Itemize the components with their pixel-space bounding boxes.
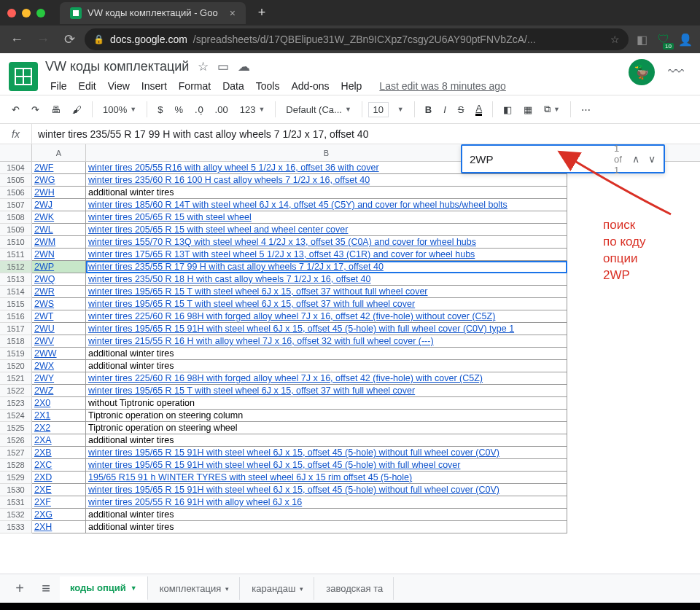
cell-code[interactable]: 2XA bbox=[32, 434, 86, 447]
cell-code[interactable]: 2WZ bbox=[32, 385, 86, 397]
table-row[interactable]: 15132WQwinter tires 235/50 R 18 H with c… bbox=[0, 273, 700, 286]
move-doc-icon[interactable]: ▭ bbox=[217, 59, 229, 74]
menu-help[interactable]: Help bbox=[336, 77, 368, 95]
cell-desc[interactable]: additional winter tires bbox=[86, 509, 567, 521]
font-size-input[interactable]: 10 bbox=[368, 102, 389, 117]
sheet-tab-active[interactable]: коды опций▼ bbox=[60, 576, 148, 601]
menu-file[interactable]: File bbox=[45, 77, 72, 95]
cell-desc[interactable]: winter tires 205/55 R 16 91H with alloy … bbox=[86, 496, 567, 509]
row-number[interactable]: 1505 bbox=[0, 174, 32, 187]
merge-button[interactable]: ⧉▼ bbox=[540, 101, 564, 118]
find-next-button[interactable]: ∨ bbox=[644, 153, 660, 165]
cell-desc[interactable]: winter tires 205/65 R 15 with steel whee… bbox=[86, 211, 567, 224]
cell-code[interactable]: 2WK bbox=[32, 211, 86, 224]
back-button[interactable]: ← bbox=[6, 28, 28, 50]
bold-button[interactable]: B bbox=[421, 101, 436, 118]
decrease-decimal-button[interactable]: .0̣ bbox=[190, 101, 208, 118]
star-icon[interactable]: ☆ bbox=[610, 34, 620, 45]
table-row[interactable]: 15142WRwinter tires 195/65 R 15 T with s… bbox=[0, 286, 700, 298]
col-header-a[interactable]: A bbox=[32, 144, 86, 161]
cell-code[interactable]: 2WN bbox=[32, 249, 86, 261]
cell-code[interactable]: 2WY bbox=[32, 372, 86, 385]
formula-input[interactable]: winter tires 235/55 R 17 99 H with cast … bbox=[32, 128, 700, 140]
menu-view[interactable]: View bbox=[103, 77, 135, 95]
strikethrough-button[interactable]: S bbox=[454, 101, 469, 118]
font-size-dd[interactable]: ▼ bbox=[392, 103, 408, 116]
minimize-window-icon[interactable] bbox=[22, 9, 31, 17]
cloud-status-icon[interactable]: ☁ bbox=[238, 59, 250, 74]
paint-format-button[interactable]: 🖌 bbox=[68, 101, 86, 118]
table-row[interactable]: 15112WNwinter tires 175/65 R 13T with st… bbox=[0, 249, 700, 261]
cell-desc[interactable]: winter tires 195/65 R 15 T with steel wh… bbox=[86, 286, 567, 298]
cell-desc[interactable]: winter tires 155/70 R 13Q with steel whe… bbox=[86, 236, 567, 249]
cell-code[interactable]: 2X0 bbox=[32, 397, 86, 410]
table-row[interactable]: 15052WGwinter tires 235/60 R 16 100 H ca… bbox=[0, 174, 700, 187]
cell-desc[interactable]: Tiptronic operation on steering wheel bbox=[86, 422, 567, 434]
row-number[interactable]: 1532 bbox=[0, 509, 32, 521]
url-field[interactable]: 🔒 docs.google.com/spreadsheets/d/17QBEli… bbox=[85, 28, 629, 50]
cell-code[interactable]: 2WR bbox=[32, 286, 86, 298]
row-number[interactable]: 1511 bbox=[0, 249, 32, 261]
row-number[interactable]: 1507 bbox=[0, 199, 32, 211]
adblock-extension-icon[interactable]: 🛡10 bbox=[655, 31, 672, 48]
doc-title[interactable]: VW коды комплектаций bbox=[45, 59, 189, 74]
row-number[interactable]: 1509 bbox=[0, 224, 32, 236]
maximize-window-icon[interactable] bbox=[36, 9, 45, 17]
cell-code[interactable]: 2XE bbox=[32, 484, 86, 496]
cell-desc[interactable]: winter tires 195/65 R 15 91H with steel … bbox=[86, 447, 567, 459]
cell-code[interactable]: 2XD bbox=[32, 472, 86, 484]
table-row[interactable]: 15202WXadditional winter tires bbox=[0, 360, 700, 372]
cell-code[interactable]: 2WH bbox=[32, 187, 86, 199]
cell-desc[interactable]: additional winter tires bbox=[86, 187, 567, 199]
row-number[interactable]: 1533 bbox=[0, 521, 32, 533]
cell-desc[interactable]: winter tires 235/50 R 18 H with cast all… bbox=[86, 273, 567, 286]
table-row[interactable]: 15292XD195/65 R15 91 h WINTER TYRES with… bbox=[0, 472, 700, 484]
increase-decimal-button[interactable]: .00 bbox=[211, 101, 233, 118]
row-number[interactable]: 1526 bbox=[0, 434, 32, 447]
table-row[interactable]: 15232X0without Tiptronic operation bbox=[0, 397, 700, 410]
cell-code[interactable]: 2WV bbox=[32, 335, 86, 348]
table-row[interactable]: 15262XAadditional winter tires bbox=[0, 434, 700, 447]
redo-button[interactable]: ↷ bbox=[27, 101, 44, 118]
cell-desc[interactable]: winter tires 235/55 R 17 99 H with cast … bbox=[86, 261, 567, 273]
table-row[interactable]: 15122WPwinter tires 235/55 R 17 99 H wit… bbox=[0, 261, 700, 273]
cell-desc[interactable]: additional winter tires bbox=[86, 360, 567, 372]
cell-code[interactable]: 2XC bbox=[32, 459, 86, 472]
cell-desc[interactable]: winter tires 225/60 R 16 98H with forged… bbox=[86, 310, 567, 323]
zoom-select[interactable]: 100%▼ bbox=[98, 101, 141, 118]
cell-desc[interactable]: winter tires 215/55 R 16 H with alloy wh… bbox=[86, 335, 567, 348]
print-button[interactable]: 🖶 bbox=[47, 101, 65, 118]
cell-desc[interactable]: winter tires 175/65 R 13T with steel whe… bbox=[86, 249, 567, 261]
row-number[interactable]: 1518 bbox=[0, 335, 32, 348]
row-number[interactable]: 1512 bbox=[0, 261, 32, 273]
table-row[interactable]: 15192WWadditional winter tires bbox=[0, 348, 700, 360]
profile-icon[interactable]: 👤 bbox=[677, 31, 694, 48]
forward-button[interactable]: → bbox=[32, 28, 54, 50]
star-doc-icon[interactable]: ☆ bbox=[198, 59, 209, 74]
table-row[interactable]: 15182WVwinter tires 215/55 R 16 H with a… bbox=[0, 335, 700, 348]
cell-desc[interactable]: winter tires 195/65 R 15 91H with steel … bbox=[86, 323, 567, 335]
row-number[interactable]: 1514 bbox=[0, 286, 32, 298]
cell-desc[interactable]: winter tires 195/65 R 15 T with steel wh… bbox=[86, 298, 567, 310]
table-row[interactable]: 15302XEwinter tires 195/65 R 15 91H with… bbox=[0, 484, 700, 496]
row-number[interactable]: 1513 bbox=[0, 273, 32, 286]
table-row[interactable]: 15272XBwinter tires 195/65 R 15 91H with… bbox=[0, 447, 700, 459]
row-number[interactable]: 1508 bbox=[0, 211, 32, 224]
select-all-corner[interactable] bbox=[0, 144, 32, 161]
cell-code[interactable]: 2XH bbox=[32, 521, 86, 533]
row-number[interactable]: 1510 bbox=[0, 236, 32, 249]
browser-tab[interactable]: VW коды комплектаций - Goo × bbox=[60, 2, 246, 24]
table-row[interactable]: 15222WZwinter tires 195/65 R 15 T with s… bbox=[0, 385, 700, 397]
table-row[interactable]: 15172WUwinter tires 195/65 R 15 91H with… bbox=[0, 323, 700, 335]
menu-data[interactable]: Data bbox=[217, 77, 249, 95]
cell-code[interactable]: 2X2 bbox=[32, 422, 86, 434]
cell-desc[interactable]: winter tires 195/65 R 15 91H with steel … bbox=[86, 484, 567, 496]
row-number[interactable]: 1525 bbox=[0, 422, 32, 434]
row-number[interactable]: 1524 bbox=[0, 410, 32, 422]
menu-tools[interactable]: Tools bbox=[251, 77, 285, 95]
table-row[interactable]: 15242X1Tiptronic operation on steering c… bbox=[0, 410, 700, 422]
table-row[interactable]: 15162WTwinter tires 225/60 R 16 98H with… bbox=[0, 310, 700, 323]
cell-code[interactable]: 2WW bbox=[32, 348, 86, 360]
undo-button[interactable]: ↶ bbox=[7, 101, 24, 118]
row-number[interactable]: 1530 bbox=[0, 484, 32, 496]
